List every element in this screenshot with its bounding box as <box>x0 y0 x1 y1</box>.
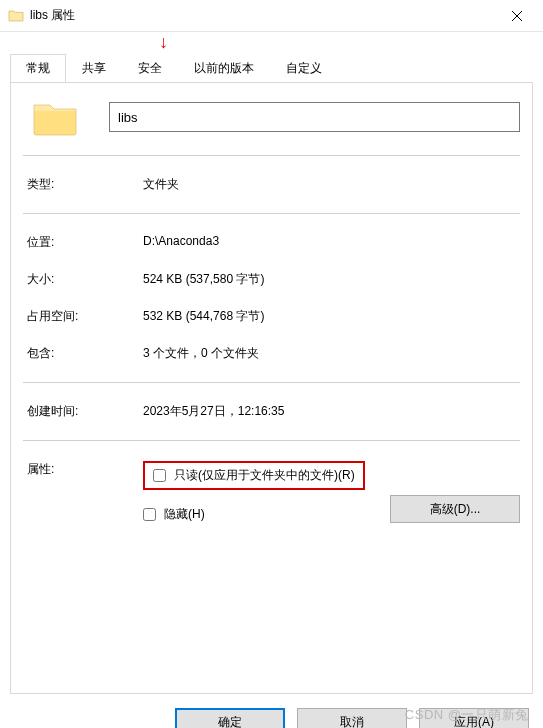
hidden-checkbox[interactable] <box>143 508 156 521</box>
row-contains: 包含: 3 个文件，0 个文件夹 <box>23 345 520 362</box>
annotation-arrow-icon: ↓ <box>159 33 168 51</box>
label-type: 类型: <box>23 176 143 193</box>
tab-strip: 常规 共享 安全 以前的版本 自定义 <box>0 32 543 83</box>
readonly-highlight: 只读(仅应用于文件夹中的文件)(R) <box>143 461 365 490</box>
value-created: 2023年5月27日，12:16:35 <box>143 403 520 420</box>
divider <box>23 440 520 441</box>
divider <box>23 155 520 156</box>
value-contains: 3 个文件，0 个文件夹 <box>143 345 520 362</box>
label-size-on-disk: 占用空间: <box>23 308 143 325</box>
readonly-label: 只读(仅应用于文件夹中的文件)(R) <box>174 467 355 484</box>
label-attributes: 属性: <box>23 461 143 478</box>
value-location: D:\Anaconda3 <box>143 234 520 251</box>
value-size: 524 KB (537,580 字节) <box>143 271 520 288</box>
tab-security[interactable]: 安全 <box>122 54 178 83</box>
cancel-button[interactable]: 取消 <box>297 708 407 728</box>
row-size: 大小: 524 KB (537,580 字节) <box>23 271 520 288</box>
tab-sharing[interactable]: 共享 <box>66 54 122 83</box>
close-icon <box>512 11 522 21</box>
row-location: 位置: D:\Anaconda3 <box>23 234 520 251</box>
window-title: libs 属性 <box>30 7 495 24</box>
apply-button[interactable]: 应用(A) <box>419 708 529 728</box>
ok-button[interactable]: 确定 <box>175 708 285 728</box>
header-row <box>23 97 520 137</box>
close-button[interactable] <box>495 0 539 32</box>
label-created: 创建时间: <box>23 403 143 420</box>
advanced-button[interactable]: 高级(D)... <box>390 495 520 523</box>
label-contains: 包含: <box>23 345 143 362</box>
button-bar: 确定 取消 应用(A) <box>0 700 543 728</box>
folder-name-input[interactable] <box>109 102 520 132</box>
attribute-options: 只读(仅应用于文件夹中的文件)(R) 隐藏(H) <box>143 461 390 539</box>
hidden-label: 隐藏(H) <box>164 506 205 523</box>
divider <box>23 213 520 214</box>
folder-icon <box>31 97 79 137</box>
row-size-on-disk: 占用空间: 532 KB (544,768 字节) <box>23 308 520 325</box>
value-size-on-disk: 532 KB (544,768 字节) <box>143 308 520 325</box>
label-size: 大小: <box>23 271 143 288</box>
row-created: 创建时间: 2023年5月27日，12:16:35 <box>23 403 520 420</box>
tab-panel-general: 类型: 文件夹 位置: D:\Anaconda3 大小: 524 KB (537… <box>10 82 533 694</box>
tab-customize[interactable]: 自定义 <box>270 54 338 83</box>
label-location: 位置: <box>23 234 143 251</box>
folder-icon-small <box>8 8 24 24</box>
readonly-checkbox[interactable] <box>153 469 166 482</box>
row-type: 类型: 文件夹 <box>23 176 520 193</box>
tab-previous-versions[interactable]: 以前的版本 <box>178 54 270 83</box>
tab-general[interactable]: 常规 <box>10 54 66 83</box>
divider <box>23 382 520 383</box>
value-type: 文件夹 <box>143 176 520 193</box>
hidden-line: 隐藏(H) <box>143 506 390 523</box>
titlebar: libs 属性 <box>0 0 543 32</box>
readonly-line: 只读(仅应用于文件夹中的文件)(R) <box>143 461 390 490</box>
row-attributes: 属性: 只读(仅应用于文件夹中的文件)(R) 隐藏(H) 高级(D)... <box>23 461 520 539</box>
